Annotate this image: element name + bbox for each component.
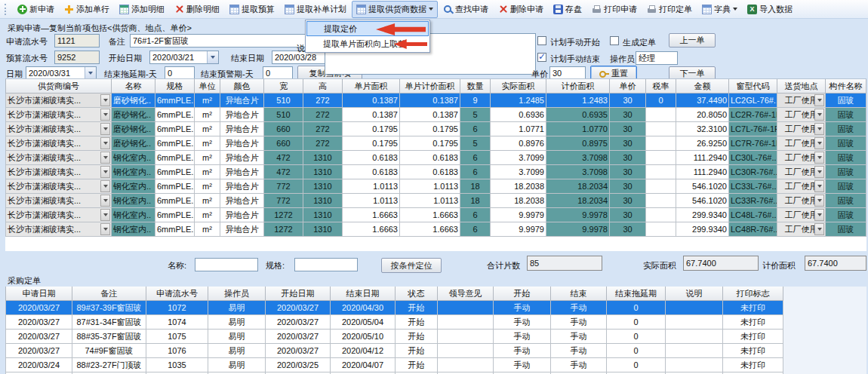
column-header[interactable]: 金额	[676, 79, 729, 94]
toolbar-button-find-request[interactable]: 查找申请	[439, 1, 493, 18]
column-header[interactable]: 高	[303, 79, 343, 94]
table-row[interactable]: 长沙市潇湘玻璃实...磨砂钢化..6mmPLE...m²异地合片5102720.…	[6, 108, 866, 122]
column-header[interactable]: 送货地点	[777, 79, 826, 94]
column-header[interactable]: 结束	[551, 287, 607, 301]
chevron-down-icon[interactable]	[100, 109, 110, 121]
toolbar-button-print-request[interactable]: 打印申请	[587, 1, 642, 18]
chevron-down-icon[interactable]	[100, 94, 110, 106]
dropdown-cell[interactable]: 长沙市潇湘玻璃实...	[6, 94, 112, 108]
toolbar-button-print-order[interactable]: 打印定单	[642, 1, 697, 18]
chevron-down-icon[interactable]	[429, 8, 433, 11]
table-row[interactable]: 长沙市潇湘玻璃实...钢化室内..6mmPLE...m²异地合片47213100…	[6, 151, 866, 165]
dropdown-cell[interactable]: 工厂使用	[777, 222, 826, 237]
chevron-down-icon[interactable]	[814, 180, 824, 192]
dropdown-cell[interactable]: 工厂使用	[777, 194, 826, 208]
chevron-down-icon[interactable]	[814, 223, 824, 235]
table-row[interactable]: 长沙市潇湘玻璃实...钢化室内..6mmPLE...m²异地合片12721310…	[6, 222, 866, 237]
column-header[interactable]: 单片计价面积	[400, 79, 460, 94]
chevron-down-icon[interactable]	[100, 123, 110, 135]
table-row[interactable]: 2020/03/2488#23-27F门顶玻1035易明2020/03/2520…	[6, 358, 783, 372]
dropdown-cell[interactable]: 工厂使用	[777, 179, 826, 194]
name-filter-input[interactable]	[195, 258, 258, 271]
dropdown-cell[interactable]: 长沙市潇湘玻璃实...	[6, 136, 112, 151]
column-header[interactable]: 税率	[646, 79, 676, 94]
column-header[interactable]: 构件名称	[826, 79, 866, 94]
table-row[interactable]: 2020/03/2788#35-37F窗固玻1075易明2020/03/2720…	[6, 330, 783, 344]
toolbar-button-add-detail[interactable]: 添加明细	[115, 1, 169, 18]
dropdown-cell[interactable]: 工厂使用	[777, 108, 826, 122]
toolbar-button-delete-request[interactable]: 删除申请	[494, 1, 548, 18]
column-header[interactable]: 备注	[72, 287, 146, 301]
column-header[interactable]: 颜色	[220, 79, 264, 94]
column-header[interactable]: 单位	[195, 79, 220, 94]
column-header[interactable]: 申请日期	[6, 287, 72, 301]
toolbar-button-new-request[interactable]: 新申请	[13, 1, 59, 18]
dropdown-cell[interactable]: 长沙市潇湘玻璃实...	[6, 222, 112, 237]
toolbar-button-add-single-row[interactable]: 添加单行	[60, 1, 114, 18]
toolbar-button-extract-budget[interactable]: 提取预算	[225, 1, 279, 18]
column-header[interactable]: 宽	[264, 79, 303, 94]
operator-input[interactable]	[636, 51, 678, 65]
column-header[interactable]: 计价面积	[546, 79, 610, 94]
dropdown-cell[interactable]: 长沙市潇湘玻璃实...	[6, 108, 112, 122]
column-header[interactable]: 领导意见	[438, 287, 494, 301]
chevron-down-icon[interactable]	[207, 51, 218, 63]
chevron-down-icon[interactable]	[100, 209, 110, 221]
column-header[interactable]: 单片面积	[343, 79, 400, 94]
dropdown-cell[interactable]: 工厂使用	[777, 165, 826, 179]
dropdown-cell[interactable]: 工厂使用	[777, 136, 826, 151]
column-header[interactable]: 规格	[155, 79, 195, 94]
column-header[interactable]: 供货商编号	[6, 79, 112, 94]
chevron-down-icon[interactable]	[85, 67, 96, 79]
dropdown-cell[interactable]: 长沙市潇湘玻璃实...	[6, 165, 112, 179]
chevron-down-icon[interactable]	[100, 223, 110, 235]
column-header[interactable]: 打印标志	[723, 287, 783, 301]
chevron-down-icon[interactable]	[814, 137, 824, 149]
start-date-combo[interactable]: 2020/03/21	[149, 51, 219, 64]
column-header[interactable]: 开始日期	[266, 287, 331, 301]
column-header[interactable]: 结束日期	[331, 287, 396, 301]
column-header[interactable]: 单价	[610, 79, 646, 94]
chevron-down-icon[interactable]	[814, 209, 824, 221]
table-row[interactable]: 长沙市潇湘玻璃实...磨砂钢化..6mmPLE...m²异地合片6602720.…	[6, 122, 866, 136]
chevron-down-icon[interactable]	[100, 166, 110, 178]
chevron-down-icon[interactable]	[733, 8, 737, 11]
prev-order-button[interactable]: 上一单	[669, 33, 716, 48]
dropdown-cell[interactable]: 工厂使用	[777, 94, 826, 108]
toolbar-button-dictionary[interactable]: 字典	[697, 1, 742, 18]
table-row[interactable]: 长沙市潇湘玻璃实...钢化室内..6mmPLE...m²异地合片47213100…	[6, 165, 866, 179]
manual-end-checkbox[interactable]	[537, 53, 546, 62]
budget-input[interactable]	[54, 51, 100, 64]
serial-input[interactable]	[54, 34, 100, 48]
toolbar-button-import-data[interactable]: 导入数据	[743, 1, 797, 18]
column-header[interactable]: 说明	[666, 287, 723, 301]
chevron-down-icon[interactable]	[814, 123, 824, 135]
column-header[interactable]: 窗型代码	[729, 79, 777, 94]
dropdown-cell[interactable]: 长沙市潇湘玻璃实...	[6, 179, 112, 194]
manual-start-checkbox[interactable]	[537, 36, 546, 45]
table-row[interactable]: 长沙市潇湘玻璃实...钢化室内..6mmPLE...m²异地合片12721310…	[6, 208, 866, 222]
column-header[interactable]: 申请流水号	[146, 287, 208, 301]
column-header[interactable]: 数量	[460, 79, 491, 94]
column-header[interactable]: 开始	[494, 287, 551, 301]
chevron-down-icon[interactable]	[100, 137, 110, 149]
chevron-down-icon[interactable]	[100, 152, 110, 164]
spec-filter-input[interactable]	[294, 258, 358, 271]
table-row[interactable]: 长沙市潇湘玻璃实...钢化室内..6mmPLE...m²异地合片77213101…	[6, 179, 866, 194]
toolbar-button-extract-supplement-plan[interactable]: 提取补单计划	[280, 1, 351, 18]
chevron-down-icon[interactable]	[814, 166, 824, 178]
table-row[interactable]: 2020/03/2774#9F窗固玻1076易明2020/03/272020/0…	[6, 344, 783, 358]
dropdown-cell[interactable]: 长沙市潇湘玻璃实...	[6, 194, 112, 208]
toolbar-button-extract-supplier-data[interactable]: 提取供货商数据	[352, 1, 438, 18]
locate-by-condition-button[interactable]: 按条件定位	[381, 258, 442, 273]
chevron-down-icon[interactable]	[100, 195, 110, 207]
table-row[interactable]: 长沙市潇湘玻璃实...钢化室内..6mmPLE...m²异地合片77213101…	[6, 194, 866, 208]
column-header[interactable]: 结束拖延期	[607, 287, 666, 301]
column-header[interactable]: 操作员	[208, 287, 266, 301]
chevron-down-icon[interactable]	[814, 109, 824, 121]
table-row[interactable]: 长沙市潇湘玻璃实...磨砂钢化..6mmPLE...m²异地合片6602720.…	[6, 136, 866, 151]
table-row[interactable]: 2020/03/2787#31-34F窗固玻1074易明2020/03/2720…	[6, 315, 783, 330]
chevron-down-icon[interactable]	[814, 152, 824, 164]
dropdown-cell[interactable]: 长沙市潇湘玻璃实...	[6, 122, 112, 136]
table-row[interactable]: 长沙市潇湘玻璃实...磨砂钢化..6mmPLE...m²异地合片5102720.…	[6, 94, 866, 108]
